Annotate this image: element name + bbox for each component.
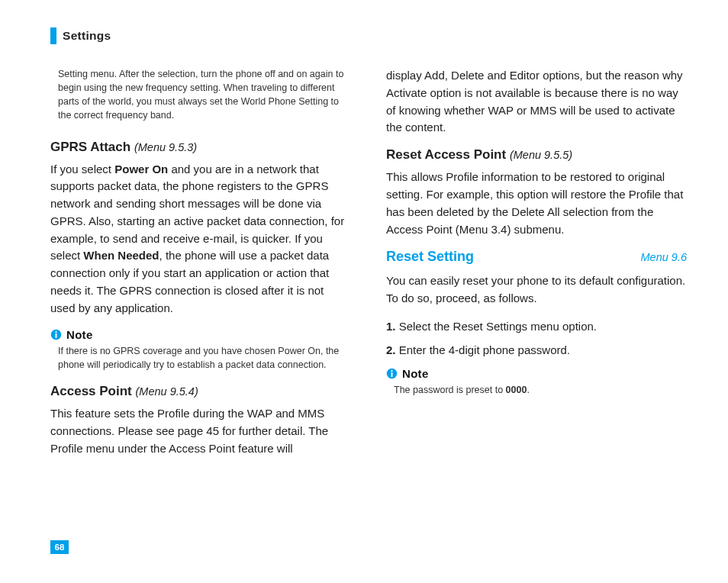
reset-steps-list: 1. Select the Reset Settings menu option… xyxy=(386,318,687,359)
note-heading: Note xyxy=(50,328,351,341)
menu-reference: (Menu 9.5.3) xyxy=(134,141,197,153)
heading-gprs-attach: GPRS Attach (Menu 9.5.3) xyxy=(50,140,351,155)
manual-page: Settings Setting menu. After the selecti… xyxy=(0,0,728,583)
h2-title: Reset Setting xyxy=(386,249,474,265)
page-number-badge: 68 xyxy=(50,540,69,554)
heading-access-point: Access Point (Menu 9.5.4) xyxy=(50,384,351,399)
list-item: 2. Enter the 4-digit phone password. xyxy=(386,342,687,359)
gprs-body: If you select Power On and you are in a … xyxy=(50,161,351,317)
heading-reset-setting: Reset Setting Menu 9.6 xyxy=(386,249,687,265)
reset-ap-body: This allows Profile information to be re… xyxy=(386,169,687,238)
strong-power-on: Power On xyxy=(114,163,168,176)
right-column: display Add, Delete and Editor options, … xyxy=(386,67,687,468)
svg-rect-2 xyxy=(56,333,57,337)
strong-when-needed: When Needed xyxy=(83,249,159,262)
menu-reference: (Menu 9.5.4) xyxy=(136,385,198,398)
access-continuation: display Add, Delete and Editor options, … xyxy=(386,67,687,137)
info-icon xyxy=(386,368,398,379)
step-text: Select the Reset Settings menu option. xyxy=(396,320,598,333)
note-label: Note xyxy=(66,328,93,341)
svg-rect-4 xyxy=(391,370,393,372)
step-number: 1. xyxy=(386,320,396,333)
svg-rect-5 xyxy=(391,372,393,376)
page-header: Settings xyxy=(50,27,687,44)
step-text: Enter the 4-digit phone password. xyxy=(396,343,570,356)
heading-text: Access Point xyxy=(50,384,132,398)
text: The password is preset to xyxy=(394,385,506,395)
header-title: Settings xyxy=(63,29,111,43)
note-heading: Note xyxy=(386,367,687,380)
info-icon xyxy=(50,329,62,340)
content-columns: Setting menu. After the selection, turn … xyxy=(50,67,687,468)
step-number: 2. xyxy=(386,343,396,356)
heading-text: Reset Access Point xyxy=(386,147,506,162)
left-column: Setting menu. After the selection, turn … xyxy=(50,67,351,468)
note-body: The password is preset to 0000. xyxy=(394,383,687,397)
heading-text: GPRS Attach xyxy=(50,140,130,154)
svg-rect-1 xyxy=(56,331,57,333)
access-body: This feature sets the Profile during the… xyxy=(50,405,351,457)
note-label: Note xyxy=(402,367,429,380)
menu-reference: (Menu 9.5.5) xyxy=(510,149,572,161)
list-item: 1. Select the Reset Settings menu option… xyxy=(386,318,687,336)
text: If you select xyxy=(50,163,114,176)
intro-paragraph: Setting menu. After the selection, turn … xyxy=(58,67,351,123)
header-accent-bar xyxy=(50,27,56,44)
text: . xyxy=(527,385,529,395)
reset-setting-intro: You can easily reset your phone to its d… xyxy=(386,272,687,308)
strong-password: 0000 xyxy=(506,385,527,395)
h2-menu-reference: Menu 9.6 xyxy=(641,251,687,263)
note-body: If there is no GPRS coverage and you hav… xyxy=(58,344,351,372)
heading-reset-access-point: Reset Access Point (Menu 9.5.5) xyxy=(386,147,687,163)
text: and you are in a network that supports p… xyxy=(50,163,344,263)
